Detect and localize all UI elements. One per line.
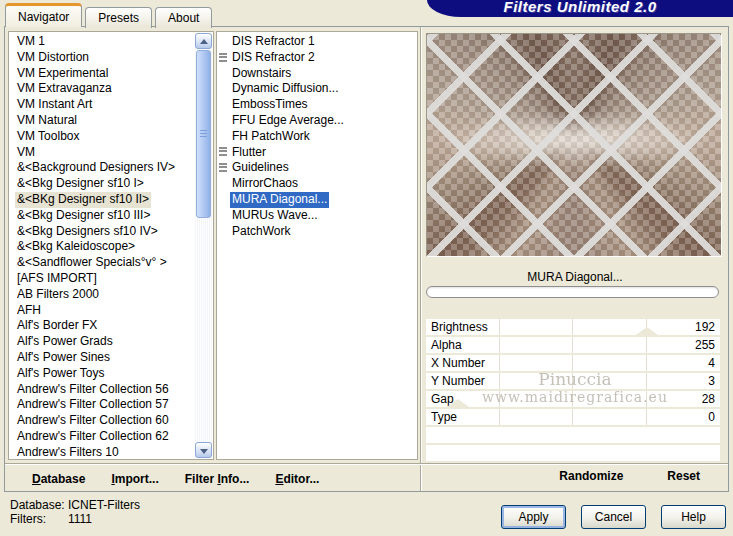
category-list-scrollbar[interactable] [195,33,212,458]
param-slider[interactable]: Brightness 192 [426,319,720,335]
help-button[interactable]: Help [661,505,726,529]
preview-image [427,34,721,256]
param-value: 3 [708,373,715,389]
arrow-down-icon [200,449,208,454]
dialog-buttons: Apply Cancel Help [501,505,726,529]
filter-item[interactable]: Downstairs [217,66,417,82]
filters-unlimited-dialog: Filters Unlimited 2.0 Navigator Presets … [0,0,733,536]
category-item[interactable]: AB Filters 2000 [9,287,195,303]
filter-item[interactable]: DIS Refractor 2 [217,50,417,66]
category-list[interactable]: VM 1 VM Distortion VM Experimental VM Ex… [8,31,214,460]
param-value: 0 [708,409,715,425]
category-item[interactable]: VM Instant Art [9,97,195,113]
category-item[interactable]: Alf's Power Toys [9,366,195,382]
param-value: 192 [695,319,715,335]
filter-item[interactable]: MURUs Wave... [217,208,417,224]
filter-item[interactable]: FFU Edge Average... [217,113,417,129]
category-item[interactable]: Alf's Border FX [9,318,195,334]
window-title: Filters Unlimited 2.0 [427,0,733,16]
param-slider[interactable]: Alpha 255 [426,337,720,353]
empty-param-row [426,427,720,443]
navigator-page: VM 1 VM Distortion VM Experimental VM Ex… [4,26,729,492]
arrow-up-icon [200,39,208,44]
status-label: Database: [10,498,68,512]
toolbar-button[interactable]: Filter Info... [185,472,250,486]
category-item[interactable]: Andrew's Filter Collection 62 [9,429,195,445]
filter-item[interactable]: DIS Refractor 1 [217,34,417,50]
filter-list[interactable]: DIS Refractor 1 DIS Refractor 2 Downstai… [216,31,418,460]
param-label: Type [431,409,457,425]
param-label: X Number [431,355,485,371]
slider-thumb-icon[interactable] [447,399,469,407]
param-slider[interactable]: Gap 28 [426,391,720,407]
param-label: Y Number [431,373,485,389]
category-item[interactable]: &<Background Designers IV> [9,160,195,176]
tab[interactable]: Navigator [5,3,82,27]
cancel-button[interactable]: Cancel [581,505,646,529]
filter-item[interactable]: EmbossTimes [217,97,417,113]
category-item[interactable]: AFH [9,303,195,319]
status-row: Filters:1111 [10,512,140,526]
slider-thumb-icon[interactable] [636,327,658,335]
param-slider[interactable]: Type 0 [426,409,720,425]
param-slider[interactable]: X Number 4 [426,355,720,371]
category-item[interactable]: &<Sandflower Specials°v° > [9,255,195,271]
tab[interactable]: Presets [85,7,152,28]
preset-lines-icon [219,147,227,157]
filter-item[interactable]: Dynamic Diffusion... [217,81,417,97]
tab-label: About [168,11,199,25]
status-label: Filters: [10,512,68,526]
param-value: 28 [702,391,715,407]
tab[interactable]: About [155,7,212,28]
param-value: 4 [708,355,715,371]
category-item[interactable]: VM Toolbox [9,129,195,145]
status-value: ICNET-Filters [68,498,140,512]
category-item[interactable]: VM Natural [9,113,195,129]
category-item[interactable]: &<Bkg Designer sf10 III> [9,208,195,224]
tab-bar: Navigator Presets About [5,3,215,27]
category-item[interactable]: &<Bkg Designers sf10 IV> [9,224,195,240]
category-item[interactable]: &<Bkg Designer sf10 I> [9,176,195,192]
bottom-toolbar: Database Import... Filter Info... Editor… [5,465,419,492]
category-item[interactable]: Andrew's Filter Collection 56 [9,382,195,398]
category-item[interactable]: Alf's Power Sines [9,350,195,366]
category-item[interactable]: &<Bkg Kaleidoscope> [9,239,195,255]
category-item[interactable]: VM Extravaganza [9,81,195,97]
scroll-down-button[interactable] [195,442,212,458]
status-row: Database:ICNET-Filters [10,498,140,512]
title-banner: Filters Unlimited 2.0 [427,0,733,17]
category-item[interactable]: VM Distortion [9,50,195,66]
filter-item[interactable]: PatchWork [217,224,417,240]
filter-item[interactable]: MirrorChaos [217,176,417,192]
category-item[interactable]: Andrew's Filters 10 [9,445,195,460]
toolbar-button[interactable]: Import... [111,472,158,486]
category-item[interactable]: VM 1 [9,34,195,50]
tab-label: Navigator [18,10,69,24]
filter-item[interactable]: Guidelines [217,160,417,176]
randomize-button[interactable]: Randomize [559,469,623,483]
category-item[interactable]: [AFS IMPORT] [9,271,195,287]
status-value: 1111 [68,512,92,526]
scroll-thumb[interactable] [196,50,211,218]
filter-item[interactable]: MURA Diagonal... [217,192,417,208]
filter-item[interactable]: Flutter [217,145,417,161]
category-item[interactable]: Andrew's Filter Collection 57 [9,397,195,413]
apply-button[interactable]: Apply [501,505,566,529]
param-value: 255 [695,337,715,353]
category-item[interactable]: &<BKg Designer sf10 II> [9,192,195,208]
progress-bar [426,286,719,298]
category-item[interactable]: VM Experimental [9,66,195,82]
param-slider[interactable]: Y Number 3 [426,373,720,389]
category-item[interactable]: VM [9,145,195,161]
parameter-sliders: Brightness 192 Alpha 255 X Number 4 [426,319,720,427]
selected-filter-name: MURA Diagonal... [422,270,728,284]
filter-item[interactable]: FH PatchWork [217,129,417,145]
toolbar-button[interactable]: Editor... [275,472,319,486]
category-item[interactable]: Andrew's Filter Collection 60 [9,413,195,429]
reset-button[interactable]: Reset [667,469,700,483]
empty-param-row [426,445,720,461]
toolbar-button[interactable]: Database [32,472,85,486]
scroll-up-button[interactable] [195,33,212,49]
preset-lines-icon [219,163,227,173]
category-item[interactable]: Alf's Power Grads [9,334,195,350]
